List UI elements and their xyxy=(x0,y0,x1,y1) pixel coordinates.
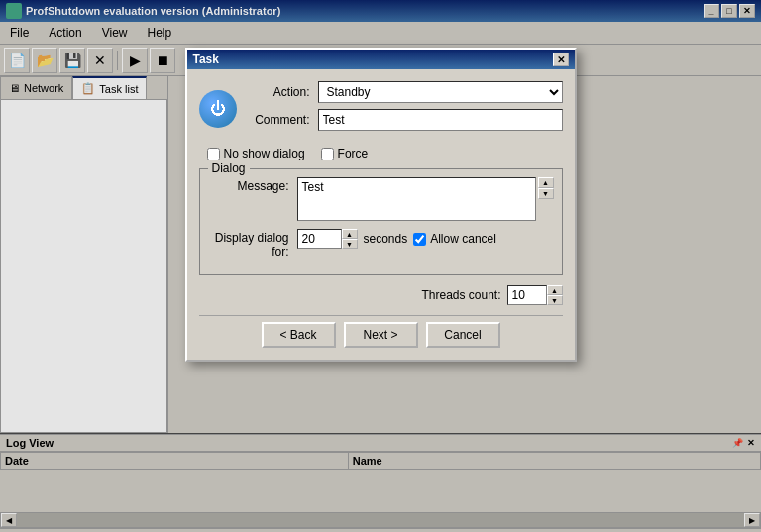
message-label: Message: xyxy=(208,177,297,193)
message-scrollbar: ▲ ▼ xyxy=(538,177,554,199)
comment-input[interactable] xyxy=(318,109,563,131)
dialog-buttons: < Back Next > Cancel xyxy=(199,315,563,348)
icon-action-row: Action: Standby Shutdown Restart Logoff … xyxy=(199,81,563,137)
display-row: Display dialog for: ▲ ▼ seconds xyxy=(208,229,554,259)
message-scroll-down[interactable]: ▼ xyxy=(538,188,554,199)
display-spinner-buttons: ▲ ▼ xyxy=(342,229,358,249)
dialog-body: Action: Standby Shutdown Restart Logoff … xyxy=(187,69,575,360)
threads-label: Threads count: xyxy=(421,288,500,302)
seconds-label: seconds xyxy=(364,232,408,246)
threads-spin-down[interactable]: ▼ xyxy=(547,295,563,305)
display-controls: ▲ ▼ seconds Allow cancel xyxy=(297,229,496,249)
threads-row: Threads count: ▲ ▼ xyxy=(199,285,563,305)
force-label: Force xyxy=(338,147,369,160)
dialog-group-box: Dialog Message: Test ▲ ▼ Display dialog … xyxy=(199,168,563,275)
display-spinner: ▲ ▼ xyxy=(297,229,358,249)
display-spin-up[interactable]: ▲ xyxy=(342,229,358,239)
modal-overlay: Task ✕ Action: Standby Shutdown Restart xyxy=(0,0,761,532)
message-row: Message: Test ▲ ▼ xyxy=(208,177,554,221)
action-fields: Action: Standby Shutdown Restart Logoff … xyxy=(249,81,563,137)
action-field-row: Action: Standby Shutdown Restart Logoff … xyxy=(249,81,563,103)
no-show-dialog-item[interactable]: No show dialog xyxy=(207,147,305,160)
force-checkbox[interactable] xyxy=(321,148,334,160)
cancel-button[interactable]: Cancel xyxy=(426,322,500,348)
comment-field-row: Comment: xyxy=(249,109,563,131)
allow-cancel-checkbox[interactable] xyxy=(413,233,426,246)
display-input[interactable] xyxy=(297,229,342,249)
display-spin-down[interactable]: ▼ xyxy=(342,239,358,249)
threads-input[interactable] xyxy=(507,285,547,305)
comment-label: Comment: xyxy=(249,113,318,127)
display-label: Display dialog for: xyxy=(208,229,297,259)
threads-spinner-buttons: ▲ ▼ xyxy=(547,285,563,305)
allow-cancel-label: Allow cancel xyxy=(430,232,496,246)
back-button[interactable]: < Back xyxy=(262,322,336,348)
threads-spinner: ▲ ▼ xyxy=(507,285,563,305)
action-select[interactable]: Standby Shutdown Restart Logoff Hibernat… xyxy=(318,81,563,103)
group-legend: Dialog xyxy=(208,161,250,175)
threads-spin-up[interactable]: ▲ xyxy=(547,285,563,295)
action-select-wrapper: Standby Shutdown Restart Logoff Hibernat… xyxy=(318,81,563,103)
task-dialog: Task ✕ Action: Standby Shutdown Restart xyxy=(185,48,577,362)
dialog-title-bar: Task ✕ xyxy=(187,50,575,69)
action-label: Action: xyxy=(249,85,318,99)
no-show-dialog-label: No show dialog xyxy=(224,147,305,160)
dialog-title-label: Task xyxy=(193,53,219,66)
dialog-close-button[interactable]: ✕ xyxy=(553,53,569,66)
allow-cancel-item[interactable]: Allow cancel xyxy=(413,232,496,246)
no-show-dialog-checkbox[interactable] xyxy=(207,148,220,160)
dialog-app-icon xyxy=(199,90,237,128)
message-textarea[interactable]: Test xyxy=(297,177,536,221)
message-scroll-up[interactable]: ▲ xyxy=(538,177,554,188)
force-item[interactable]: Force xyxy=(321,147,369,160)
checkboxes-row: No show dialog Force xyxy=(199,147,563,160)
next-button[interactable]: Next > xyxy=(344,322,418,348)
